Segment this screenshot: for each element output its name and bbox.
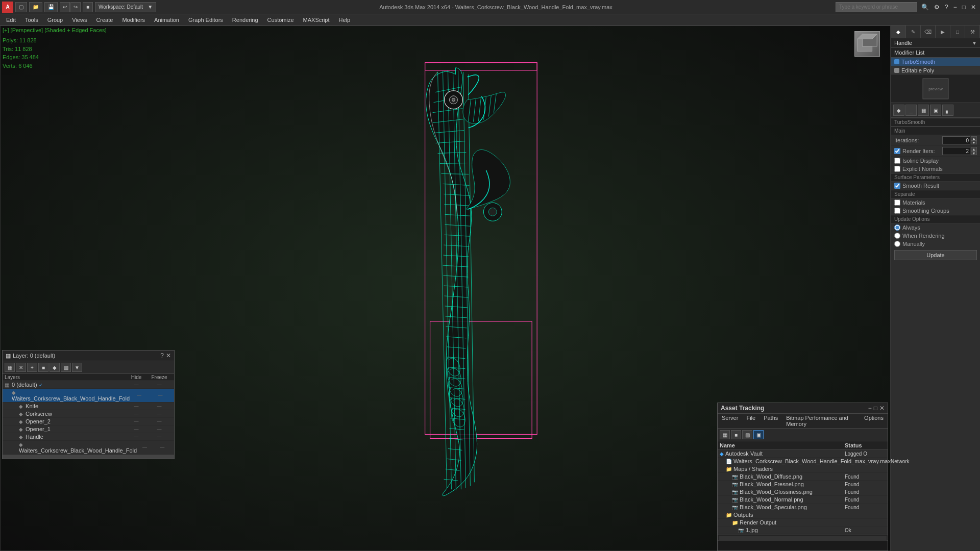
layer-hide-cell[interactable]: —	[137, 445, 153, 450]
asset-tb-1[interactable]: ▦	[720, 430, 730, 439]
menu-rendering[interactable]: Rendering	[228, 16, 262, 24]
layer-row-2[interactable]: ◆ Knife — —	[3, 403, 174, 410]
tab-utilities[interactable]: ⚒	[965, 26, 980, 38]
asset-tb-3[interactable]: ▩	[742, 430, 752, 439]
manually-radio[interactable]	[894, 241, 900, 247]
asset-menu-server[interactable]: Server	[718, 414, 742, 428]
tool-vertex[interactable]: ◆	[893, 105, 904, 116]
tab-motion[interactable]: ▶	[936, 26, 950, 38]
asset-tb-4[interactable]: ▣	[753, 430, 764, 439]
menu-animation[interactable]: Animation	[150, 16, 183, 24]
layer-tb-collapse[interactable]: ▼	[72, 363, 82, 372]
asset-row-maps[interactable]: 📁 Maps / Shaders	[718, 465, 888, 473]
hold-button[interactable]: ■	[83, 2, 93, 12]
smoothing-groups-checkbox[interactable]	[894, 208, 900, 214]
explicit-normals-checkbox[interactable]	[894, 166, 900, 172]
modifier-turbosmooth[interactable]: TurboSmooth	[891, 58, 980, 66]
asset-panel-close[interactable]: ✕	[879, 405, 885, 412]
layer-row-1[interactable]: ◆ Waiters_Corkscrew_Black_Wood_Handle_Fo…	[3, 389, 174, 403]
render-iters-value[interactable]: 2	[942, 147, 970, 155]
asset-row-outputs[interactable]: 📁 Outputs	[718, 511, 888, 519]
asset-row-jpg[interactable]: 📷 1.jpg Ok	[718, 527, 888, 534]
layer-scrollbar[interactable]	[3, 455, 174, 459]
layer-freeze-cell[interactable]: —	[146, 404, 172, 409]
tab-modify[interactable]: ✎	[906, 26, 921, 38]
redo-button[interactable]: ↪	[70, 2, 81, 12]
asset-panel-restore[interactable]: □	[874, 405, 877, 412]
render-iters-checkbox[interactable]	[894, 148, 900, 154]
asset-menu-file[interactable]: File	[742, 414, 760, 428]
asset-row-vault[interactable]: ◆ Autodesk Vault Logged O	[718, 450, 888, 458]
asset-row-spec[interactable]: 📷 Black_Wood_Specular.png Found	[718, 504, 888, 511]
search-icon-btn[interactable]: 🔍	[919, 3, 931, 12]
layer-hide-cell[interactable]: —	[126, 411, 146, 416]
layer-tb-delete[interactable]: ✕	[16, 363, 26, 372]
tab-create[interactable]: ◆	[891, 26, 906, 38]
menu-views[interactable]: Views	[68, 16, 91, 24]
layer-freeze-cell[interactable]: —	[146, 382, 172, 387]
asset-menu-options[interactable]: Options	[860, 414, 888, 428]
maximize-button[interactable]: □	[960, 3, 968, 12]
settings-icon-btn[interactable]: ⚙	[932, 3, 942, 12]
tool-border[interactable]: ▦	[918, 105, 929, 116]
menu-group[interactable]: Group	[43, 16, 67, 24]
layer-row-4[interactable]: ◆ Opener_2 — —	[3, 418, 174, 425]
asset-row-normal[interactable]: 📷 Black_Wood_Normal.png Found	[718, 496, 888, 504]
render-iters-up[interactable]: ▲	[971, 147, 977, 151]
tool-edge[interactable]: ⎯	[905, 105, 917, 116]
menu-modifiers[interactable]: Modifiers	[118, 16, 149, 24]
isoline-display-checkbox[interactable]	[894, 158, 900, 164]
layer-scrollbar-thumb[interactable]	[3, 455, 174, 459]
layer-freeze-cell[interactable]: —	[149, 393, 172, 398]
tool-poly[interactable]: ▣	[930, 105, 941, 116]
minimize-button[interactable]: −	[951, 3, 959, 12]
layer-tb-objects[interactable]: ◆	[50, 363, 60, 372]
iterations-up[interactable]: ▲	[971, 136, 977, 140]
layer-freeze-cell[interactable]: —	[146, 411, 172, 416]
layer-tb-layers[interactable]: ▩	[61, 363, 71, 372]
layer-freeze-cell[interactable]: —	[146, 419, 172, 424]
modifier-editable-poly[interactable]: Editable Poly	[891, 66, 980, 75]
tab-display[interactable]: □	[950, 26, 965, 38]
layer-row-3[interactable]: ◆ Corkscrew — —	[3, 410, 174, 418]
layer-panel-help[interactable]: ?	[160, 352, 164, 359]
layer-tb-add[interactable]: +	[27, 363, 37, 372]
materials-checkbox[interactable]	[894, 199, 900, 206]
undo-button[interactable]: ↩	[60, 2, 70, 12]
always-radio[interactable]	[894, 224, 900, 231]
layer-panel-close[interactable]: ✕	[166, 352, 171, 359]
nav-cube-face[interactable]	[854, 31, 880, 57]
layer-row-7[interactable]: ◆ Waiters_Corkscrew_Black_Wood_Handle_Fo…	[3, 441, 174, 455]
layer-tb-select[interactable]: ■	[38, 363, 48, 372]
asset-scrollbar-track[interactable]	[719, 536, 887, 540]
asset-row-gloss[interactable]: 📷 Black_Wood_Glossiness.png Found	[718, 488, 888, 496]
iterations-value[interactable]: 0	[942, 136, 970, 144]
menu-create[interactable]: Create	[92, 16, 117, 24]
layer-freeze-cell[interactable]: —	[153, 445, 172, 450]
smooth-result-checkbox[interactable]	[894, 183, 900, 189]
layer-row-6[interactable]: ◆ Handle — —	[3, 433, 174, 441]
layer-row-5[interactable]: ◆ Opener_1 — —	[3, 425, 174, 433]
layer-row-0[interactable]: ▦ 0 (default) ✓ — —	[3, 381, 174, 389]
open-button[interactable]: 📁	[29, 2, 42, 12]
iterations-down[interactable]: ▼	[971, 140, 977, 144]
nav-cube[interactable]	[854, 31, 885, 62]
layer-hide-cell[interactable]: —	[126, 382, 146, 387]
asset-row-diff[interactable]: 📷 Black_Wood_Diffuse.png Found	[718, 473, 888, 481]
layer-hide-cell[interactable]: —	[126, 419, 146, 424]
asset-row-render[interactable]: 📁 Render Output	[718, 519, 888, 527]
asset-scrollbar-h[interactable]	[718, 534, 888, 540]
asset-row-fresnel[interactable]: 📷 Black_Wood_Fresnel.png Found	[718, 481, 888, 488]
asset-row-maxfile[interactable]: 📄 Waiters_Corkscrew_Black_Wood_Handle_Fo…	[718, 458, 888, 465]
layer-tb-create[interactable]: ▦	[5, 363, 15, 372]
when-rendering-radio[interactable]	[894, 233, 900, 239]
workspace-dropdown[interactable]: Workspace: Default ▼	[95, 2, 156, 12]
menu-edit[interactable]: Edit	[2, 16, 20, 24]
layer-hide-cell[interactable]: —	[126, 434, 146, 439]
help-icon-btn[interactable]: ?	[943, 3, 950, 12]
layer-hide-cell[interactable]: —	[126, 404, 146, 409]
menu-help[interactable]: Help	[335, 16, 355, 24]
render-iters-down[interactable]: ▼	[971, 151, 977, 155]
menu-tools[interactable]: Tools	[21, 16, 42, 24]
save-button[interactable]: 💾	[44, 2, 58, 12]
